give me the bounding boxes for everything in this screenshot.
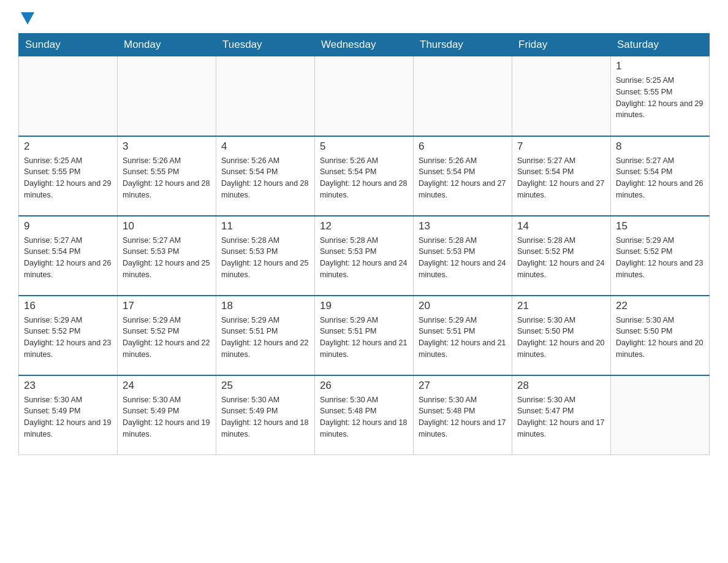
calendar-header-row: SundayMondayTuesdayWednesdayThursdayFrid… (19, 34, 710, 56)
day-info: Sunrise: 5:28 AMSunset: 5:53 PMDaylight:… (320, 235, 408, 281)
calendar-week-row: 16Sunrise: 5:29 AMSunset: 5:52 PMDayligh… (19, 296, 710, 375)
table-row: 22Sunrise: 5:30 AMSunset: 5:50 PMDayligh… (611, 296, 710, 375)
table-row: 28Sunrise: 5:30 AMSunset: 5:47 PMDayligh… (512, 375, 611, 455)
day-number: 14 (517, 220, 605, 232)
day-number: 27 (419, 380, 507, 392)
table-row: 21Sunrise: 5:30 AMSunset: 5:50 PMDayligh… (512, 296, 611, 375)
table-row: 3Sunrise: 5:26 AMSunset: 5:55 PMDaylight… (118, 136, 216, 216)
column-header-wednesday: Wednesday (315, 34, 414, 56)
day-number: 23 (24, 380, 112, 392)
column-header-monday: Monday (118, 34, 216, 56)
day-info: Sunrise: 5:27 AMSunset: 5:54 PMDaylight:… (616, 155, 704, 201)
table-row: 24Sunrise: 5:30 AMSunset: 5:49 PMDayligh… (118, 375, 216, 455)
day-number: 3 (123, 140, 211, 153)
day-number: 5 (320, 140, 408, 153)
day-info: Sunrise: 5:29 AMSunset: 5:52 PMDaylight:… (24, 315, 112, 361)
table-row (315, 56, 414, 136)
table-row: 11Sunrise: 5:28 AMSunset: 5:53 PMDayligh… (216, 216, 315, 296)
table-row: 8Sunrise: 5:27 AMSunset: 5:54 PMDaylight… (611, 136, 710, 216)
column-header-thursday: Thursday (414, 34, 512, 56)
table-row: 7Sunrise: 5:27 AMSunset: 5:54 PMDaylight… (512, 136, 611, 216)
day-info: Sunrise: 5:29 AMSunset: 5:51 PMDaylight:… (221, 315, 309, 361)
table-row (216, 56, 315, 136)
day-number: 10 (123, 220, 211, 232)
day-info: Sunrise: 5:27 AMSunset: 5:54 PMDaylight:… (517, 155, 605, 201)
table-row (19, 56, 118, 136)
day-number: 13 (419, 220, 507, 232)
day-info: Sunrise: 5:28 AMSunset: 5:52 PMDaylight:… (517, 235, 605, 281)
table-row (611, 375, 710, 455)
day-info: Sunrise: 5:30 AMSunset: 5:50 PMDaylight:… (616, 315, 704, 361)
logo (18, 12, 34, 27)
day-number: 8 (616, 140, 704, 153)
page-header (18, 12, 710, 27)
day-number: 22 (616, 300, 704, 312)
day-info: Sunrise: 5:26 AMSunset: 5:54 PMDaylight:… (320, 155, 408, 201)
table-row: 17Sunrise: 5:29 AMSunset: 5:52 PMDayligh… (118, 296, 216, 375)
column-header-saturday: Saturday (611, 34, 710, 56)
day-number: 17 (123, 300, 211, 312)
calendar-week-row: 1Sunrise: 5:25 AMSunset: 5:55 PMDaylight… (19, 56, 710, 136)
day-number: 12 (320, 220, 408, 232)
calendar-week-row: 9Sunrise: 5:27 AMSunset: 5:54 PMDaylight… (19, 216, 710, 296)
day-number: 21 (517, 300, 605, 312)
day-number: 20 (419, 300, 507, 312)
table-row: 2Sunrise: 5:25 AMSunset: 5:55 PMDaylight… (19, 136, 118, 216)
table-row: 23Sunrise: 5:30 AMSunset: 5:49 PMDayligh… (19, 375, 118, 455)
table-row: 27Sunrise: 5:30 AMSunset: 5:48 PMDayligh… (414, 375, 512, 455)
day-number: 16 (24, 300, 112, 312)
table-row: 5Sunrise: 5:26 AMSunset: 5:54 PMDaylight… (315, 136, 414, 216)
day-info: Sunrise: 5:29 AMSunset: 5:51 PMDaylight:… (320, 315, 408, 361)
table-row: 25Sunrise: 5:30 AMSunset: 5:49 PMDayligh… (216, 375, 315, 455)
column-header-tuesday: Tuesday (216, 34, 315, 56)
table-row: 18Sunrise: 5:29 AMSunset: 5:51 PMDayligh… (216, 296, 315, 375)
table-row (118, 56, 216, 136)
svg-marker-0 (21, 12, 34, 25)
day-info: Sunrise: 5:30 AMSunset: 5:48 PMDaylight:… (320, 394, 408, 440)
day-number: 9 (24, 220, 112, 232)
table-row: 16Sunrise: 5:29 AMSunset: 5:52 PMDayligh… (19, 296, 118, 375)
day-info: Sunrise: 5:29 AMSunset: 5:52 PMDaylight:… (616, 235, 704, 281)
table-row: 20Sunrise: 5:29 AMSunset: 5:51 PMDayligh… (414, 296, 512, 375)
column-header-sunday: Sunday (19, 34, 118, 56)
day-info: Sunrise: 5:30 AMSunset: 5:47 PMDaylight:… (517, 394, 605, 440)
day-number: 7 (517, 140, 605, 153)
day-number: 18 (221, 300, 309, 312)
table-row: 26Sunrise: 5:30 AMSunset: 5:48 PMDayligh… (315, 375, 414, 455)
day-info: Sunrise: 5:26 AMSunset: 5:54 PMDaylight:… (419, 155, 507, 201)
table-row: 4Sunrise: 5:26 AMSunset: 5:54 PMDaylight… (216, 136, 315, 216)
day-number: 19 (320, 300, 408, 312)
table-row: 1Sunrise: 5:25 AMSunset: 5:55 PMDaylight… (611, 56, 710, 136)
table-row: 19Sunrise: 5:29 AMSunset: 5:51 PMDayligh… (315, 296, 414, 375)
day-info: Sunrise: 5:26 AMSunset: 5:55 PMDaylight:… (123, 155, 211, 201)
table-row: 13Sunrise: 5:28 AMSunset: 5:53 PMDayligh… (414, 216, 512, 296)
calendar-table: SundayMondayTuesdayWednesdayThursdayFrid… (18, 33, 710, 455)
calendar-week-row: 2Sunrise: 5:25 AMSunset: 5:55 PMDaylight… (19, 136, 710, 216)
table-row: 6Sunrise: 5:26 AMSunset: 5:54 PMDaylight… (414, 136, 512, 216)
day-info: Sunrise: 5:25 AMSunset: 5:55 PMDaylight:… (616, 75, 704, 121)
day-number: 15 (616, 220, 704, 232)
day-info: Sunrise: 5:29 AMSunset: 5:52 PMDaylight:… (123, 315, 211, 361)
table-row: 9Sunrise: 5:27 AMSunset: 5:54 PMDaylight… (19, 216, 118, 296)
day-number: 1 (616, 60, 704, 72)
day-number: 2 (24, 140, 112, 153)
logo-arrow-icon (21, 12, 34, 25)
day-info: Sunrise: 5:30 AMSunset: 5:48 PMDaylight:… (419, 394, 507, 440)
day-info: Sunrise: 5:27 AMSunset: 5:53 PMDaylight:… (123, 235, 211, 281)
day-number: 25 (221, 380, 309, 392)
day-info: Sunrise: 5:30 AMSunset: 5:49 PMDaylight:… (123, 394, 211, 440)
day-info: Sunrise: 5:30 AMSunset: 5:49 PMDaylight:… (221, 394, 309, 440)
day-number: 11 (221, 220, 309, 232)
table-row: 12Sunrise: 5:28 AMSunset: 5:53 PMDayligh… (315, 216, 414, 296)
day-number: 26 (320, 380, 408, 392)
day-number: 4 (221, 140, 309, 153)
calendar-week-row: 23Sunrise: 5:30 AMSunset: 5:49 PMDayligh… (19, 375, 710, 455)
day-info: Sunrise: 5:28 AMSunset: 5:53 PMDaylight:… (419, 235, 507, 281)
table-row: 10Sunrise: 5:27 AMSunset: 5:53 PMDayligh… (118, 216, 216, 296)
table-row: 15Sunrise: 5:29 AMSunset: 5:52 PMDayligh… (611, 216, 710, 296)
day-info: Sunrise: 5:28 AMSunset: 5:53 PMDaylight:… (221, 235, 309, 281)
day-info: Sunrise: 5:29 AMSunset: 5:51 PMDaylight:… (419, 315, 507, 361)
day-number: 24 (123, 380, 211, 392)
day-info: Sunrise: 5:26 AMSunset: 5:54 PMDaylight:… (221, 155, 309, 201)
table-row (512, 56, 611, 136)
